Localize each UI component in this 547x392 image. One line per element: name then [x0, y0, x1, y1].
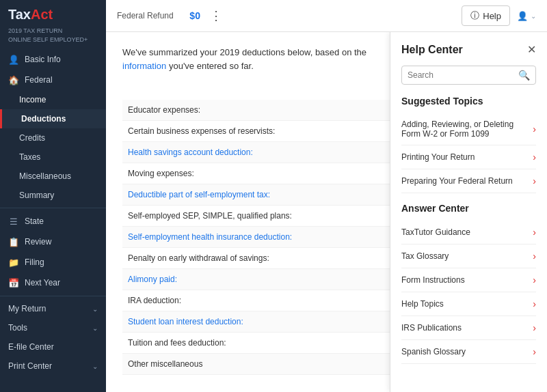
chevron-right-icon: › — [533, 322, 536, 333]
content-intro: We've summarized your 2019 deductions be… — [122, 46, 410, 72]
answer-topic-item[interactable]: Tax Glossary› — [401, 244, 536, 268]
deduction-label: Certain business expenses of reservists: — [122, 121, 370, 142]
refund-label: Federal Refund — [117, 11, 174, 20]
logo-tax: Tax — [8, 7, 31, 22]
help-circle-icon: ⓘ — [470, 10, 479, 22]
deduction-label: Self-employed SEP, SIMPLE, qualified pla… — [122, 206, 370, 227]
answer-topic-item[interactable]: Spanish Glossary› — [401, 340, 536, 364]
filing-icon: 📁 — [8, 257, 19, 268]
deduction-label: Moving expenses: — [122, 163, 370, 184]
person-icon: 👤 — [8, 54, 19, 65]
help-search-input[interactable] — [408, 70, 518, 80]
sidebar: TaxAct 2019 Tax ReturnOnline Self Employ… — [0, 0, 106, 392]
main-content: Federal Refund $0 ⋮ ⓘ Help 👤 ⌄ We've sum… — [106, 0, 547, 392]
suggested-topic-item[interactable]: Adding, Reviewing, or Deleting Form W-2 … — [401, 113, 536, 145]
chevron-right-icon: › — [533, 275, 536, 285]
answer-topic-item[interactable]: IRS Publications› — [401, 316, 536, 340]
help-panel-title: Help Center — [401, 44, 463, 56]
user-avatar-icon: 👤 — [517, 11, 528, 21]
chevron-right-icon: › — [533, 124, 536, 135]
refund-amount: $0 — [189, 10, 200, 21]
sidebar-item-misc[interactable]: Miscellaneous — [0, 167, 106, 186]
sidebar-item-federal[interactable]: 🏠 Federal — [0, 70, 106, 90]
chevron-right-icon: › — [533, 176, 536, 186]
sidebar-item-deductions[interactable]: Deductions — [0, 109, 106, 128]
sidebar-subtitle: 2019 Tax ReturnOnline Self Employed+ — [0, 27, 106, 49]
suggested-topic-item[interactable]: Preparing Your Federal Return› — [401, 169, 536, 193]
sidebar-item-taxes[interactable]: Taxes — [0, 148, 106, 167]
sidebar-item-basic-info[interactable]: 👤 Basic Info — [0, 49, 106, 70]
deduction-label: Health savings account deduction: — [122, 142, 370, 163]
more-options-button[interactable]: ⋮ — [210, 8, 222, 23]
help-button[interactable]: ⓘ Help — [462, 5, 510, 26]
deduction-label: Educator expenses: — [122, 100, 370, 121]
logo-act: Act — [31, 7, 53, 22]
content-area: We've summarized your 2019 deductions be… — [106, 32, 547, 392]
sidebar-print-center[interactable]: Print Center ⌄ — [0, 356, 106, 376]
chevron-down-icon: ⌄ — [92, 324, 98, 332]
sidebar-item-next-year[interactable]: 📅 Next Year — [0, 272, 106, 293]
close-button[interactable]: ✕ — [527, 43, 536, 56]
logo: TaxAct — [0, 0, 106, 27]
answer-topic-item[interactable]: TaxTutor Guidance› — [401, 221, 536, 244]
federal-icon: 🏠 — [8, 74, 19, 85]
deduction-label: IRA deduction: — [122, 290, 370, 311]
info-link[interactable]: information — [122, 61, 166, 71]
deduction-label: Alimony paid: — [122, 269, 370, 290]
answer-topic-item[interactable]: Help Topics› — [401, 292, 536, 316]
chevron-right-icon: › — [533, 152, 536, 163]
sidebar-tools[interactable]: Tools ⌄ — [0, 318, 106, 337]
answer-center-title: Answer Center — [401, 203, 536, 214]
suggested-topics-title: Suggested Topics — [401, 96, 536, 107]
sidebar-item-review[interactable]: 📋 Review — [0, 232, 106, 252]
sidebar-my-return[interactable]: My Return ⌄ — [0, 299, 106, 318]
help-panel: Help Center ✕ 🔍 Suggested Topics Adding,… — [390, 32, 547, 392]
sidebar-item-summary[interactable]: Summary — [0, 186, 106, 205]
chevron-down-icon: ⌄ — [92, 305, 98, 313]
sidebar-item-credits[interactable]: Credits — [0, 128, 106, 148]
deduction-label: Self-employment health insurance deducti… — [122, 227, 370, 248]
sidebar-efile-center[interactable]: E-file Center — [0, 337, 106, 356]
chevron-right-icon: › — [533, 251, 536, 262]
col-header-label — [122, 85, 370, 100]
chevron-down-icon: ⌄ — [92, 363, 98, 370]
chevron-right-icon: › — [533, 227, 536, 238]
help-search-wrap: 🔍 — [401, 66, 536, 85]
state-icon: ☰ — [8, 216, 19, 227]
sidebar-item-income[interactable]: Income — [0, 90, 106, 109]
deduction-label: Student loan interest deduction: — [122, 311, 370, 333]
answer-center: Answer Center TaxTutor Guidance›Tax Glos… — [401, 203, 536, 364]
answer-topics-list: TaxTutor Guidance›Tax Glossary›Form Inst… — [401, 221, 536, 364]
next-year-icon: 📅 — [8, 277, 19, 288]
deduction-label: Tuition and fees deduction: — [122, 333, 370, 354]
deduction-label: Deductible part of self-employment tax: — [122, 184, 370, 206]
deduction-label: Penalty on early withdrawal of savings: — [122, 248, 370, 269]
help-panel-header: Help Center ✕ — [401, 43, 536, 56]
review-icon: 📋 — [8, 236, 19, 247]
suggested-topic-item[interactable]: Printing Your Return› — [401, 145, 536, 169]
answer-topic-item[interactable]: Form Instructions› — [401, 268, 536, 292]
suggested-topics-list: Adding, Reviewing, or Deleting Form W-2 … — [401, 113, 536, 193]
topbar: Federal Refund $0 ⋮ ⓘ Help 👤 ⌄ — [106, 0, 547, 32]
deduction-label: Other miscellaneous — [122, 354, 370, 375]
chevron-down-icon: ⌄ — [531, 12, 536, 20]
chevron-right-icon: › — [533, 346, 536, 357]
user-menu-button[interactable]: 👤 ⌄ — [517, 11, 536, 21]
search-icon: 🔍 — [518, 70, 530, 81]
sidebar-item-filing[interactable]: 📁 Filing — [0, 252, 106, 272]
sidebar-item-state[interactable]: ☰ State — [0, 211, 106, 232]
chevron-right-icon: › — [533, 298, 536, 309]
